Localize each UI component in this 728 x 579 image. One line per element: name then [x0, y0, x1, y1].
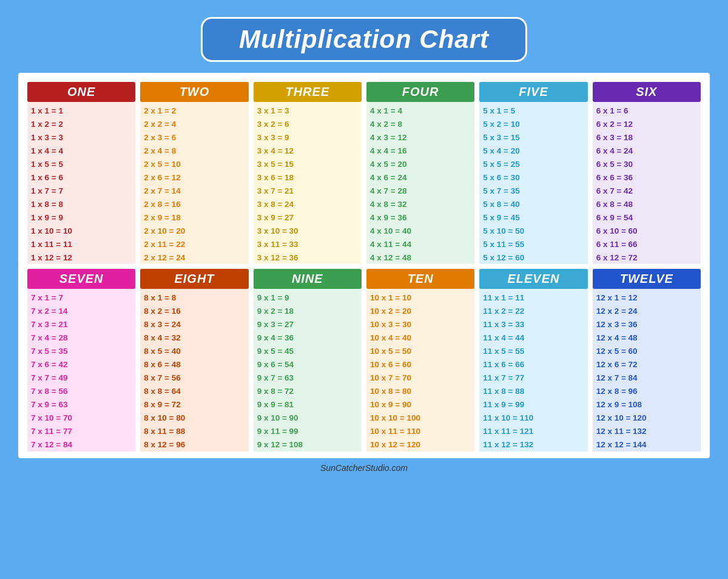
list-item: 10 x 5 = 50: [366, 345, 474, 358]
list-item: 1 x 10 = 10: [27, 224, 135, 237]
list-item: 7 x 6 = 42: [27, 358, 135, 371]
list-item: 11 x 3 = 33: [479, 318, 587, 331]
block-two: TWO 2 x 1 = 2 2 x 2 = 4 2 x 3 = 6 2 x 4 …: [140, 82, 248, 264]
list-item: 1 x 11 = 11: [27, 237, 135, 251]
list-item: 10 x 7 = 70: [366, 371, 474, 385]
page-title: Multiplication Chart: [239, 25, 489, 53]
list-item: 8 x 3 = 24: [140, 318, 248, 331]
list-item: 9 x 2 = 18: [254, 305, 362, 318]
block-seven: SEVEN 7 x 1 = 7 7 x 2 = 14 7 x 3 = 21 7 …: [27, 269, 135, 451]
list-item: 5 x 7 = 35: [479, 185, 587, 198]
list-item: 5 x 9 = 45: [479, 211, 587, 225]
list-item: 7 x 12 = 84: [27, 438, 135, 452]
block-four: FOUR 4 x 1 = 4 4 x 2 = 8 4 x 3 = 12 4 x …: [366, 82, 474, 264]
list-item: 7 x 5 = 35: [27, 345, 135, 358]
list-item: 11 x 7 = 77: [479, 371, 587, 385]
header-nine: NINE: [254, 269, 362, 289]
block-six: SIX 6 x 1 = 6 6 x 2 = 12 6 x 3 = 18 6 x …: [593, 82, 701, 264]
list-item: 11 x 5 = 55: [479, 345, 587, 358]
list-item: 10 x 8 = 80: [366, 385, 474, 398]
rows-seven: 7 x 1 = 7 7 x 2 = 14 7 x 3 = 21 7 x 4 = …: [27, 291, 135, 451]
rows-twelve: 12 x 1 = 12 12 x 2 = 24 12 x 3 = 36 12 x…: [593, 291, 701, 451]
rows-one: 1 x 1 = 1 1 x 2 = 2 1 x 3 = 3 1 x 4 = 4 …: [27, 104, 135, 264]
list-item: 4 x 2 = 8: [366, 118, 474, 131]
header-seven: SEVEN: [27, 269, 135, 289]
list-item: 2 x 4 = 8: [140, 144, 248, 158]
list-item: 3 x 4 = 12: [254, 144, 362, 158]
list-item: 2 x 6 = 12: [140, 171, 248, 185]
list-item: 3 x 7 = 21: [254, 185, 362, 198]
list-item: 10 x 3 = 30: [366, 318, 474, 331]
list-item: 5 x 4 = 20: [479, 144, 587, 158]
block-five: FIVE 5 x 1 = 5 5 x 2 = 10 5 x 3 = 15 5 x…: [479, 82, 587, 264]
list-item: 12 x 10 = 120: [593, 411, 701, 425]
list-item: 3 x 11 = 33: [254, 237, 362, 251]
list-item: 11 x 12 = 132: [479, 438, 587, 452]
list-item: 4 x 10 = 40: [366, 224, 474, 237]
list-item: 11 x 6 = 66: [479, 358, 587, 371]
list-item: 4 x 6 = 24: [366, 171, 474, 185]
list-item: 5 x 3 = 15: [479, 131, 587, 144]
list-item: 1 x 5 = 5: [27, 158, 135, 171]
list-item: 8 x 6 = 48: [140, 358, 248, 371]
list-item: 4 x 7 = 28: [366, 185, 474, 198]
list-item: 9 x 6 = 54: [254, 358, 362, 371]
block-eleven: ELEVEN 11 x 1 = 11 11 x 2 = 22 11 x 3 = …: [479, 269, 587, 451]
list-item: 1 x 2 = 2: [27, 118, 135, 131]
list-item: 10 x 1 = 10: [366, 291, 474, 305]
block-nine: NINE 9 x 1 = 9 9 x 2 = 18 9 x 3 = 27 9 x…: [254, 269, 362, 451]
list-item: 10 x 6 = 60: [366, 358, 474, 371]
header-six: SIX: [593, 82, 701, 102]
list-item: 6 x 1 = 6: [593, 104, 701, 118]
list-item: 2 x 9 = 18: [140, 211, 248, 225]
list-item: 8 x 7 = 56: [140, 371, 248, 385]
list-item: 7 x 11 = 77: [27, 425, 135, 438]
list-item: 2 x 5 = 10: [140, 158, 248, 171]
block-ten: TEN 10 x 1 = 10 10 x 2 = 20 10 x 3 = 30 …: [366, 269, 474, 451]
list-item: 5 x 11 = 55: [479, 237, 587, 251]
list-item: 6 x 10 = 60: [593, 224, 701, 237]
list-item: 1 x 3 = 3: [27, 131, 135, 144]
list-item: 3 x 9 = 27: [254, 211, 362, 225]
list-item: 6 x 9 = 54: [593, 211, 701, 225]
list-item: 6 x 3 = 18: [593, 131, 701, 144]
page-wrapper: Multiplication Chart ONE 1 x 1 = 1 1 x 2…: [0, 0, 728, 579]
list-item: 11 x 4 = 44: [479, 331, 587, 345]
title-box: Multiplication Chart: [201, 17, 527, 62]
list-item: 2 x 12 = 24: [140, 251, 248, 264]
list-item: 5 x 2 = 10: [479, 118, 587, 131]
rows-ten: 10 x 1 = 10 10 x 2 = 20 10 x 3 = 30 10 x…: [366, 291, 474, 451]
list-item: 2 x 8 = 16: [140, 198, 248, 211]
list-item: 7 x 8 = 56: [27, 385, 135, 398]
header-eleven: ELEVEN: [479, 269, 587, 289]
list-item: 6 x 6 = 36: [593, 171, 701, 185]
list-item: 10 x 2 = 20: [366, 305, 474, 318]
list-item: 4 x 5 = 20: [366, 158, 474, 171]
list-item: 6 x 11 = 66: [593, 237, 701, 251]
list-item: 3 x 8 = 24: [254, 198, 362, 211]
list-item: 9 x 5 = 45: [254, 345, 362, 358]
list-item: 8 x 12 = 96: [140, 438, 248, 452]
list-item: 7 x 1 = 7: [27, 291, 135, 305]
list-item: 11 x 10 = 110: [479, 411, 587, 425]
list-item: 9 x 12 = 108: [254, 438, 362, 452]
list-item: 3 x 3 = 9: [254, 131, 362, 144]
list-item: 11 x 1 = 11: [479, 291, 587, 305]
list-item: 1 x 7 = 7: [27, 185, 135, 198]
rows-nine: 9 x 1 = 9 9 x 2 = 18 9 x 3 = 27 9 x 4 = …: [254, 291, 362, 451]
list-item: 3 x 12 = 36: [254, 251, 362, 264]
list-item: 1 x 6 = 6: [27, 171, 135, 185]
list-item: 9 x 11 = 99: [254, 425, 362, 438]
title-container: Multiplication Chart: [201, 17, 527, 62]
list-item: 1 x 4 = 4: [27, 144, 135, 158]
list-item: 2 x 10 = 20: [140, 224, 248, 237]
list-item: 4 x 9 = 36: [366, 211, 474, 225]
list-item: 9 x 1 = 9: [254, 291, 362, 305]
list-item: 6 x 4 = 24: [593, 144, 701, 158]
list-item: 8 x 9 = 72: [140, 398, 248, 411]
list-item: 1 x 12 = 12: [27, 251, 135, 264]
list-item: 8 x 1 = 8: [140, 291, 248, 305]
list-item: 8 x 11 = 88: [140, 425, 248, 438]
list-item: 4 x 8 = 32: [366, 198, 474, 211]
list-item: 12 x 6 = 72: [593, 358, 701, 371]
